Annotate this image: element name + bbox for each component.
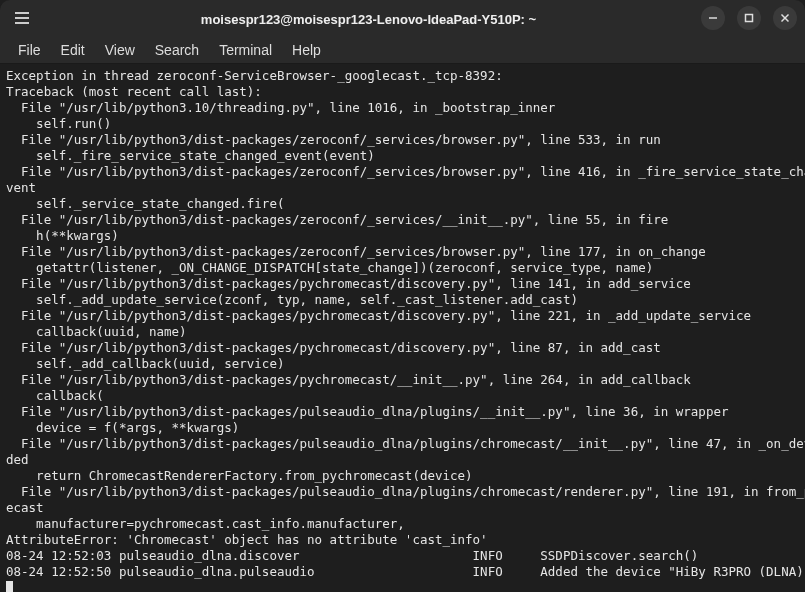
menu-search[interactable]: Search (145, 39, 209, 61)
hamburger-menu-button[interactable] (8, 4, 36, 32)
terminal-window: moisespr123@moisespr123-Lenovo-IdeaPad-Y… (0, 0, 805, 592)
close-button[interactable] (773, 6, 797, 30)
menu-view[interactable]: View (95, 39, 145, 61)
svg-rect-1 (746, 15, 753, 22)
minimize-button[interactable] (701, 6, 725, 30)
window-controls (701, 6, 797, 30)
menu-file[interactable]: File (8, 39, 51, 61)
menubar: File Edit View Search Terminal Help (0, 36, 805, 64)
menu-help[interactable]: Help (282, 39, 331, 61)
cursor (6, 581, 13, 592)
maximize-button[interactable] (737, 6, 761, 30)
terminal-output[interactable]: Exception in thread zeroconf-ServiceBrow… (0, 64, 805, 592)
titlebar: moisespr123@moisespr123-Lenovo-IdeaPad-Y… (0, 0, 805, 36)
menu-edit[interactable]: Edit (51, 39, 95, 61)
menu-terminal[interactable]: Terminal (209, 39, 282, 61)
window-title: moisespr123@moisespr123-Lenovo-IdeaPad-Y… (201, 12, 536, 27)
